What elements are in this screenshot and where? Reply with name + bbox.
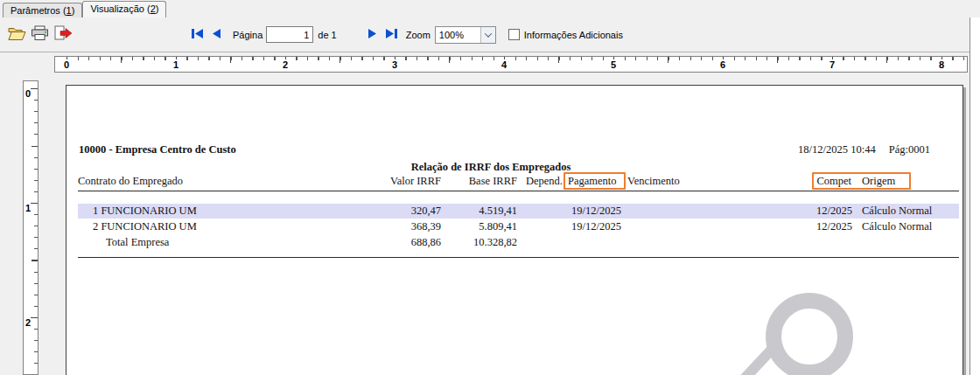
report-company: 10000 - Empresa Centro de Custo [79, 143, 236, 156]
zoom-value: 100% [436, 30, 480, 40]
tab-parametros[interactable]: Parâmetros (1) [3, 3, 82, 17]
cell-vencimento [627, 204, 693, 219]
page-number-input[interactable] [266, 26, 313, 43]
tab-bar: Parâmetros (1) Visualização (2) [0, 0, 980, 17]
report-row[interactable]: 1 FUNCIONARIO UM 320,47 4.519,41 19/12/2… [78, 204, 959, 219]
total-base-irrf: 10.328,82 [441, 235, 517, 250]
informacoes-adicionais-label: Informações Adicionais [524, 30, 623, 40]
first-page-icon [191, 28, 204, 42]
watermark-letter-o [766, 293, 853, 375]
informacoes-adicionais-checkbox[interactable] [508, 29, 520, 40]
next-page-button[interactable] [363, 24, 382, 46]
previous-page-icon [211, 28, 222, 42]
col-vencimento: Vencimento [627, 174, 693, 189]
zoom-label: Zoom [406, 30, 430, 40]
folder-open-icon [8, 26, 26, 44]
watermark-letter-stroke [733, 344, 777, 375]
printer-icon [31, 25, 49, 44]
print-button[interactable] [28, 24, 51, 46]
col-valor-irrf: Valor IRRF [384, 174, 441, 189]
cell-compet: 12/2025 [816, 219, 851, 234]
export-button[interactable] [51, 24, 75, 46]
right-edge-strip [970, 17, 980, 375]
cell-depend [517, 219, 566, 234]
report-meta: 18/12/2025 10:44 Pág:0001 [798, 143, 930, 156]
preview-divider [0, 52, 970, 52]
export-icon [53, 25, 73, 44]
cell-base-irrf: 5.809,41 [441, 219, 517, 234]
compet-origem-highlight-box [812, 172, 911, 190]
report-page-number: Pág:0001 [889, 143, 930, 156]
cell-contrato: 1 FUNCIONARIO UM [78, 204, 384, 219]
first-page-button[interactable] [187, 24, 206, 46]
cell-contrato: 2 FUNCIONARIO UM [78, 219, 384, 234]
tab-visualizacao[interactable]: Visualização (2) [82, 1, 166, 17]
previous-page-button[interactable] [206, 24, 226, 46]
cell-origem: Cálculo Normal [851, 219, 959, 234]
preview-toolbar: Página de 1 Zoom 100% Informações Adicio… [0, 17, 970, 52]
cell-valor-irrf: 320,47 [384, 204, 441, 219]
cell-compet: 12/2025 [816, 204, 851, 219]
horizontal-ruler: 0 1 2 3 4 5 6 7 8 [54, 56, 968, 73]
zoom-select[interactable]: 100% [435, 26, 496, 44]
cell-vencimento [627, 219, 693, 234]
total-rule [78, 257, 959, 258]
report-page: 10000 - Empresa Centro de Custo 18/12/20… [66, 85, 963, 375]
cell-base-irrf: 4.519,41 [441, 204, 517, 219]
col-depend: Depend. [517, 174, 566, 189]
report-row[interactable]: 2 FUNCIONARIO UM 368,39 5.809,41 19/12/2… [78, 219, 959, 234]
open-report-button[interactable] [5, 24, 28, 46]
last-page-button[interactable] [382, 24, 402, 46]
vertical-ruler: 0 1 2 [23, 80, 38, 375]
cell-pagamento: 19/12/2025 [566, 219, 627, 234]
last-page-icon [385, 28, 398, 42]
total-label: Total Empresa [78, 235, 384, 250]
header-rule [78, 191, 959, 191]
report-total-row: Total Empresa 688,86 10.328,82 [78, 235, 959, 250]
page-total-label: de 1 [318, 30, 336, 40]
report-title: Relação de IRRF dos Empregados [66, 161, 915, 174]
pagina-label: Página [233, 30, 262, 40]
tab-visualizacao-label: Visualização ( [90, 3, 150, 14]
col-base-irrf: Base IRRF [441, 174, 517, 189]
cell-origem: Cálculo Normal [851, 204, 959, 219]
next-page-icon [367, 28, 378, 42]
chevron-down-icon[interactable] [480, 27, 495, 43]
pagamento-highlight-box [564, 172, 626, 190]
cell-depend [517, 204, 566, 219]
tab-parametros-label: Parâmetros ( [10, 5, 66, 16]
total-valor-irrf: 688,86 [384, 235, 441, 250]
report-datetime: 18/12/2025 10:44 [798, 143, 876, 156]
col-contrato: Contrato do Empregado [78, 174, 384, 189]
cell-pagamento: 19/12/2025 [566, 204, 627, 219]
cell-valor-irrf: 368,39 [384, 219, 441, 234]
